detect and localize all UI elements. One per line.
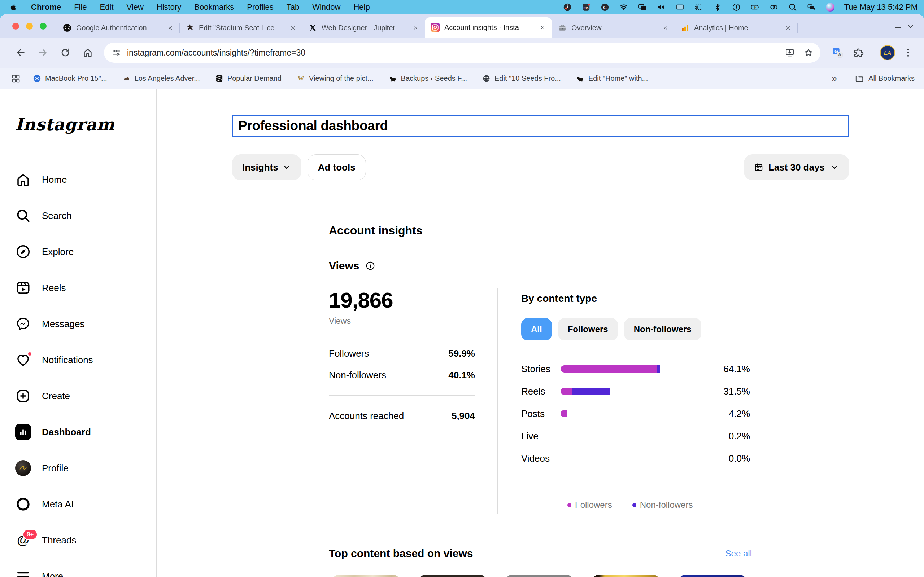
sidebar-item-reels[interactable]: Reels xyxy=(15,270,156,306)
date-range-button[interactable]: Last 30 days xyxy=(744,154,849,180)
bluetooth-icon[interactable] xyxy=(713,3,722,12)
profile-avatar[interactable]: LA xyxy=(880,45,895,60)
bookmark-star-icon[interactable] xyxy=(800,44,817,61)
sidebar-item-threads[interactable]: @9+Threads xyxy=(15,522,156,558)
info-icon[interactable] xyxy=(365,261,375,271)
bookmark-item[interactable]: WViewing of the pict... xyxy=(297,74,373,82)
continuity-icon[interactable] xyxy=(769,3,779,12)
site-settings-icon[interactable] xyxy=(112,48,121,57)
accounts-reached-label: Accounts reached xyxy=(329,410,404,422)
filter-followers[interactable]: Followers xyxy=(558,318,618,340)
translate-icon[interactable]: GA xyxy=(830,45,846,61)
sidebar-item-label: Meta AI xyxy=(42,499,74,510)
sidebar-item-meta-ai[interactable]: Meta AI xyxy=(15,486,156,522)
top-content-thumb-1[interactable] xyxy=(332,575,400,577)
menu-window[interactable]: Window xyxy=(312,3,340,12)
browser-tab-6[interactable]: Analytics | Home xyxy=(675,18,797,37)
top-content-thumb-4[interactable] xyxy=(592,575,660,577)
wifi-icon[interactable] xyxy=(619,3,628,12)
minimize-window-button[interactable] xyxy=(26,23,33,29)
home-button[interactable] xyxy=(78,43,97,62)
instagram-logo[interactable]: Instagram xyxy=(15,115,156,134)
bookmark-item[interactable]: MacBook Pro 15"... xyxy=(33,74,107,82)
bookmark-item[interactable]: Edit "Home" with... xyxy=(576,74,648,82)
tab-close-icon[interactable] xyxy=(165,23,175,33)
extensions-icon[interactable] xyxy=(851,45,867,61)
top-content-thumb-5[interactable]: MAY xyxy=(678,575,746,577)
threads-icon: @9+ xyxy=(15,532,31,548)
bookmark-item[interactable]: Popular Demand xyxy=(215,74,281,82)
screenshare-icon[interactable] xyxy=(807,3,816,12)
g-app-icon[interactable]: G xyxy=(600,3,610,12)
new-tab-button[interactable] xyxy=(890,19,906,35)
page-title-focused-box[interactable]: Professional dashboard xyxy=(232,115,849,137)
menu-file[interactable]: File xyxy=(74,3,87,12)
filter-non-followers[interactable]: Non-followers xyxy=(624,318,701,340)
forward-button[interactable] xyxy=(33,43,53,62)
see-all-link[interactable]: See all xyxy=(725,548,752,559)
browser-tab-2[interactable]: Edit "Stadium Seat Lice xyxy=(179,18,302,37)
sidebar-item-label: Home xyxy=(42,174,67,185)
volume-icon[interactable] xyxy=(657,3,666,12)
sidebar-item-search[interactable]: Search xyxy=(15,198,156,234)
tab-close-icon[interactable] xyxy=(660,23,670,33)
bookmark-item[interactable]: Backups ‹ Seeds F... xyxy=(389,74,467,82)
tab-close-icon[interactable] xyxy=(410,23,420,33)
keyboard-icon[interactable] xyxy=(694,3,703,12)
back-button[interactable] xyxy=(11,43,30,62)
mx-icon[interactable]: mx xyxy=(582,3,591,12)
sidebar-item-dashboard[interactable]: Dashboard xyxy=(15,414,156,450)
sidebar-item-messages[interactable]: Messages xyxy=(15,306,156,342)
menu-profiles[interactable]: Profiles xyxy=(247,3,273,12)
menu-view[interactable]: View xyxy=(127,3,144,12)
tab-label: Edit "Stadium Seat Lice xyxy=(199,24,283,32)
tab-close-icon[interactable] xyxy=(538,23,548,32)
browser-tab-3[interactable]: Web Designer - Jupiter xyxy=(302,18,425,37)
menu-tab[interactable]: Tab xyxy=(287,3,299,12)
menu-history[interactable]: History xyxy=(157,3,181,12)
bookmark-item[interactable]: Los Angeles Adver... xyxy=(122,74,200,82)
airplay-icon[interactable] xyxy=(638,3,647,12)
filter-all[interactable]: All xyxy=(521,318,552,340)
close-window-button[interactable] xyxy=(12,23,19,29)
menu-bar-clock[interactable]: Tue May 13 5:42 PM xyxy=(844,3,918,12)
browser-tab-4[interactable]: Account insights · Insta xyxy=(425,17,552,37)
menu-edit[interactable]: Edit xyxy=(100,3,114,12)
sidebar-item-more[interactable]: More xyxy=(15,558,156,577)
sidebar-item-create[interactable]: Create xyxy=(15,378,156,414)
camo-icon[interactable] xyxy=(563,3,572,12)
insights-dropdown-button[interactable]: Insights xyxy=(232,154,301,180)
tab-search-chevron-icon[interactable] xyxy=(906,22,915,32)
display-icon[interactable] xyxy=(675,3,685,12)
all-bookmarks-button[interactable]: All Bookmarks xyxy=(855,74,914,83)
install-app-icon[interactable] xyxy=(782,44,798,61)
siri-icon[interactable] xyxy=(825,3,835,12)
spotlight-icon[interactable] xyxy=(788,3,797,12)
apps-grid-icon[interactable] xyxy=(11,74,21,84)
menu-help[interactable]: Help xyxy=(353,3,370,12)
tab-close-icon[interactable] xyxy=(288,23,298,33)
bookmarks-overflow-chevrons[interactable]: » xyxy=(832,73,836,84)
menu-bookmarks[interactable]: Bookmarks xyxy=(194,3,234,12)
sidebar-item-home[interactable]: Home xyxy=(15,161,156,198)
menu-chrome[interactable]: Chrome xyxy=(31,3,61,12)
url-text[interactable]: instagram.com/accounts/insights/?timefra… xyxy=(127,48,782,58)
sidebar-item-explore[interactable]: Explore xyxy=(15,234,156,270)
sidebar-item-notifications[interactable]: Notifications xyxy=(15,342,156,378)
top-content-thumb-2[interactable] xyxy=(419,575,486,577)
update-icon[interactable] xyxy=(732,3,741,12)
reload-button[interactable] xyxy=(56,43,75,62)
browser-tab-5[interactable]: Overview xyxy=(552,18,675,37)
battery-icon[interactable] xyxy=(750,3,760,12)
sidebar-item-profile[interactable]: Profile xyxy=(15,450,156,486)
tab-close-icon[interactable] xyxy=(783,23,793,33)
apple-logo-icon[interactable] xyxy=(9,3,18,12)
top-content-thumb-3[interactable] xyxy=(505,575,573,577)
ad-tools-button[interactable]: Ad tools xyxy=(307,154,366,180)
content-type-row-posts: Posts4.2% xyxy=(521,403,849,425)
address-bar[interactable]: instagram.com/accounts/insights/?timefra… xyxy=(104,43,821,63)
bookmark-item[interactable]: Edit "10 Seeds Fro... xyxy=(482,74,561,82)
zoom-window-button[interactable] xyxy=(40,23,47,29)
browser-tab-1[interactable]: Google Authentication xyxy=(57,18,179,37)
chrome-menu-icon[interactable] xyxy=(900,45,916,61)
